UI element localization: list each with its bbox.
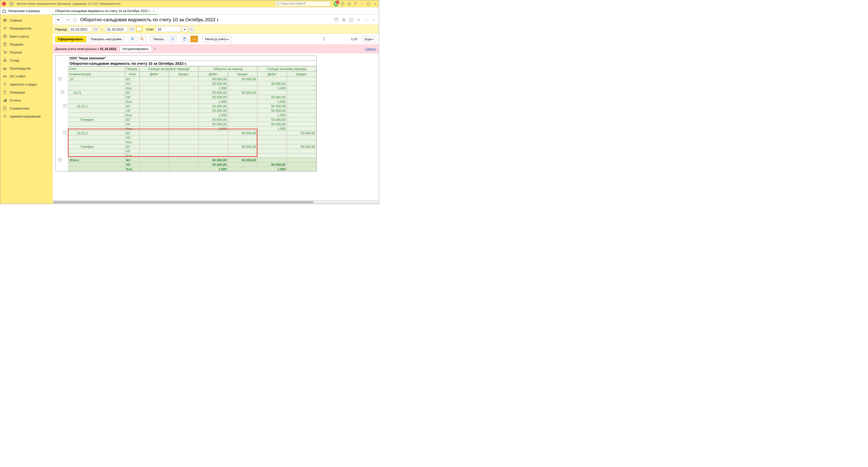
sidebar-item-12[interactable]: Администрирование bbox=[0, 112, 53, 120]
export-icon[interactable] bbox=[349, 17, 354, 22]
cell-value bbox=[140, 131, 169, 135]
period-to-input[interactable] bbox=[105, 27, 128, 32]
table-row[interactable]: −10.21.2БУ50 000,0050 000,00 bbox=[56, 131, 316, 135]
collapse-icon[interactable]: − bbox=[59, 158, 61, 161]
table-row[interactable]: НУ50 000,0050 000,00 bbox=[56, 122, 316, 126]
sidebar-item-6[interactable]: Производство bbox=[0, 64, 53, 72]
sidebar-item-10[interactable]: Отчеты bbox=[0, 96, 53, 104]
global-search-input[interactable] bbox=[281, 2, 329, 5]
table-row[interactable]: Кол.1,0001,000 bbox=[56, 126, 316, 131]
favorite-star-icon[interactable] bbox=[347, 1, 351, 6]
table-row[interactable]: Кол.1,0001,000 bbox=[56, 99, 316, 104]
more-vert-icon[interactable]: ⋮ bbox=[364, 17, 369, 22]
table-row[interactable]: НУ50 000,0050 000,00 bbox=[56, 162, 316, 167]
table-row[interactable]: ТелефонБУ50 000,0050 000,00 bbox=[56, 144, 316, 149]
svg-line-39 bbox=[133, 39, 134, 40]
minimize-icon[interactable]: — bbox=[360, 1, 364, 6]
th-saldo-start: Сальдо на начало периода bbox=[140, 66, 198, 71]
sidebar-item-3[interactable]: Продажи bbox=[0, 40, 53, 48]
table-row[interactable]: −10.21.1БУ50 000,0050 000,00 bbox=[56, 104, 316, 108]
cell-account bbox=[68, 81, 125, 86]
history-icon[interactable] bbox=[340, 1, 345, 6]
table-row[interactable]: Кол.1,0001,000 bbox=[56, 167, 316, 171]
sidebar-item-1[interactable]: Руководителю bbox=[0, 24, 53, 32]
email-icon[interactable] bbox=[190, 36, 198, 42]
table-row[interactable]: НУ bbox=[56, 149, 316, 153]
table-row[interactable]: НУ50 000,0050 000,00 bbox=[56, 108, 316, 113]
hide-link[interactable]: Скрыть bbox=[365, 47, 376, 51]
table-row[interactable]: Кол.1,0001,000 bbox=[56, 113, 316, 117]
period-from-input[interactable] bbox=[69, 27, 91, 32]
table-row[interactable]: −10БУ50 000,0050 000,00 bbox=[56, 77, 316, 81]
period-choose-button[interactable]: ... bbox=[136, 27, 142, 32]
sidebar-item-9[interactable]: ДтКтОперации bbox=[0, 88, 53, 96]
table-row[interactable]: НУ50 000,0050 000,00 bbox=[56, 95, 316, 99]
nav-forward-button[interactable] bbox=[64, 17, 71, 23]
home-icon bbox=[2, 9, 6, 13]
cell-value bbox=[169, 140, 198, 144]
account-open-icon[interactable] bbox=[189, 27, 194, 32]
table-row[interactable]: Кол.1,0001,000 bbox=[56, 86, 316, 90]
collapse-icon[interactable]: − bbox=[63, 104, 66, 107]
actualize-button[interactable]: Актуализировать bbox=[120, 46, 152, 52]
print-button[interactable]: Печать bbox=[150, 36, 167, 42]
refresh-find-icon[interactable] bbox=[138, 36, 146, 42]
table-row[interactable]: НУ bbox=[56, 135, 316, 140]
generate-button[interactable]: Сформировать bbox=[55, 36, 86, 42]
favorite-page-icon[interactable] bbox=[72, 17, 78, 23]
maximize-icon[interactable] bbox=[366, 1, 371, 6]
collapse-icon[interactable]: − bbox=[59, 77, 61, 80]
table-row[interactable]: −ИтогоБУ50 000,0050 000,00 bbox=[56, 158, 316, 162]
save-icon[interactable] bbox=[334, 17, 339, 22]
table-row[interactable]: −10.21БУ50 000,0050 000,00 bbox=[56, 90, 316, 95]
sidebar-item-7[interactable]: ОС и НМА bbox=[0, 72, 53, 80]
print-header-icon[interactable] bbox=[341, 17, 346, 22]
collapse-icon[interactable]: − bbox=[61, 91, 64, 94]
sidebar-item-0[interactable]: Главное bbox=[0, 16, 53, 24]
calendar-from-icon[interactable] bbox=[93, 27, 98, 32]
home-tab[interactable]: Начальная страница bbox=[0, 7, 53, 14]
cell-value bbox=[140, 167, 169, 171]
account-input[interactable] bbox=[156, 27, 181, 32]
help-icon[interactable]: ? bbox=[154, 47, 156, 51]
sidebar-label: Зарплата и кадры bbox=[10, 83, 37, 86]
svg-rect-35 bbox=[131, 28, 133, 30]
report-tab[interactable]: Оборотно-сальдовая ведомость по счету 10… bbox=[53, 7, 158, 14]
find-icon[interactable] bbox=[129, 36, 136, 42]
close-page-icon[interactable]: × bbox=[371, 17, 376, 22]
save-file-icon[interactable] bbox=[181, 36, 188, 42]
notifications-icon[interactable]: 2 bbox=[334, 1, 338, 6]
sidebar-item-4[interactable]: Покупки bbox=[0, 48, 53, 56]
menu-toggle-icon[interactable] bbox=[9, 1, 14, 6]
cell-value bbox=[287, 149, 316, 153]
table-row[interactable]: Кол. bbox=[56, 140, 316, 144]
close-tab-icon[interactable]: × bbox=[153, 9, 155, 13]
register-button[interactable]: Регистр учета ▾ bbox=[203, 36, 231, 42]
more-button[interactable]: Еще ▾ bbox=[362, 36, 376, 42]
panel-settings-icon[interactable] bbox=[353, 1, 358, 6]
show-settings-button[interactable]: Показать настройки bbox=[88, 36, 124, 42]
table-row[interactable]: ТелефонБУ50 000,0050 000,00 bbox=[56, 117, 316, 122]
horizontal-scrollbar[interactable] bbox=[53, 200, 379, 204]
close-icon[interactable]: ✕ bbox=[373, 1, 377, 6]
global-search[interactable] bbox=[275, 1, 330, 6]
th-indicator-1: Показа- bbox=[125, 66, 140, 71]
nav-back-button[interactable] bbox=[55, 17, 62, 23]
report-area[interactable]: ООО "Наша компания"Оборотно-сальдовая ве… bbox=[53, 54, 379, 200]
cell-value bbox=[287, 77, 316, 81]
preview-icon[interactable] bbox=[169, 36, 177, 42]
table-row[interactable]: Кол. bbox=[56, 153, 316, 158]
link-icon[interactable] bbox=[356, 17, 361, 22]
cell-value: 1,000 bbox=[198, 126, 228, 131]
sidebar-item-8[interactable]: Зарплата и кадры bbox=[0, 80, 53, 88]
sidebar-item-5[interactable]: Склад bbox=[0, 56, 53, 64]
cell-value bbox=[169, 162, 198, 167]
account-dropdown-icon[interactable]: ▾ bbox=[182, 27, 187, 32]
collapse-icon[interactable]: − bbox=[63, 131, 66, 134]
cell-value bbox=[140, 149, 169, 153]
table-row[interactable]: НУ50 000,0050 000,00 bbox=[56, 81, 316, 86]
sidebar-item-2[interactable]: ₽Банк и касса bbox=[0, 32, 53, 40]
calendar-to-icon[interactable] bbox=[129, 27, 135, 32]
notification-badge: 2 bbox=[336, 0, 339, 4]
sidebar-item-11[interactable]: Справочники bbox=[0, 104, 53, 112]
